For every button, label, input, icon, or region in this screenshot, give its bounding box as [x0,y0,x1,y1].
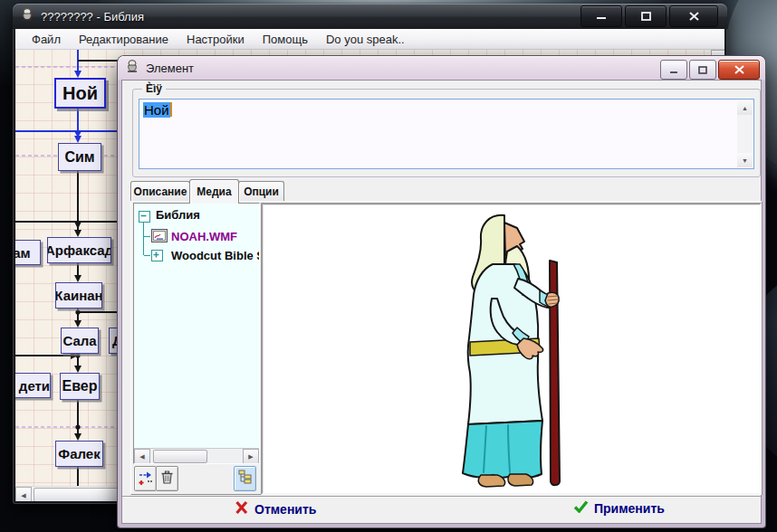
wmf-file-icon [151,229,168,246]
minimize-icon [596,12,607,21]
noah-clipart [263,204,756,489]
dialog-window-controls [660,60,760,80]
tree-node-ham[interactable]: Хам [15,240,41,265]
dialog-title: Элемент [146,62,194,75]
name-group-label: Èìÿ [142,82,166,95]
tree-node-peleg[interactable]: Фалек [55,441,103,467]
dialog-minimize-button[interactable] [660,60,687,80]
text-caret [170,102,172,117]
tree-connector [143,221,144,255]
scroll-right-arrow[interactable]: ▶ [243,449,259,464]
main-window-title: ???????? - Библия [41,10,144,24]
menu-edit[interactable]: Редактирование [70,31,177,48]
media-preview-panel [261,203,762,495]
main-titlebar[interactable]: ???????? - Библия [13,4,727,29]
maximize-icon [698,62,707,78]
scroll-left-arrow[interactable]: ◀ [134,449,150,464]
add-media-button[interactable] [134,466,157,491]
app-icon [20,7,34,25]
minimize-button[interactable] [580,5,622,27]
tree-connector [144,255,150,256]
trash-icon [160,470,174,488]
dialog-maximize-button[interactable] [689,60,716,80]
maximize-button[interactable] [625,5,667,27]
tree-view-icon [238,470,253,488]
name-input[interactable]: Ной ▲ ▼ [139,99,754,169]
tree-node-arphaxad[interactable]: Арфаксад [47,237,111,263]
menu-file[interactable]: Файл [23,31,70,48]
scroll-up-arrow[interactable]: ▲ [737,100,753,115]
tree-node-sala[interactable]: Сала [61,328,99,354]
menu-language[interactable]: Do you speak.. [317,31,414,48]
media-tree-folder-woodcut[interactable]: Woodcut Bible Sc [171,249,260,262]
name-groupbox: Èìÿ Ной ▲ ▼ [132,89,761,177]
add-media-icon [138,470,153,489]
name-value: Ной [143,102,172,118]
cancel-x-icon [235,500,249,518]
tab-media[interactable]: Медиа [189,179,239,204]
expander-minus-icon[interactable] [139,211,150,223]
tree-connector [144,236,150,237]
scroll-track[interactable] [207,449,243,463]
close-icon [734,62,744,78]
window-controls [580,5,718,27]
cancel-button[interactable]: Отменить [229,499,321,518]
media-tree[interactable]: Библия NOAH.WMF Woodcut Bible Sc ◀ ▶ [133,203,260,464]
tree-node-eber[interactable]: Евер [60,373,100,400]
media-tree-scrollbar[interactable]: ◀ ▶ [134,448,259,463]
name-input-scrollbar[interactable]: ▲ ▼ [737,100,753,167]
dialog-close-button[interactable] [718,60,760,80]
media-tree-file-noah[interactable]: NOAH.WMF [171,230,237,243]
delete-media-button[interactable] [156,466,178,491]
tab-description[interactable]: Описание [130,181,190,202]
tree-node-other-children[interactable]: Другие дети [15,373,51,398]
dialog-titlebar[interactable]: Элемент [118,56,765,80]
scroll-down-arrow[interactable]: ▼ [737,153,753,167]
close-button[interactable] [669,5,718,27]
desktop: { "main_window": { "title": "???????? - … [0,0,777,532]
close-icon [689,12,699,21]
media-tree-root[interactable]: Библия [156,208,200,222]
apply-button[interactable]: Применить [568,499,670,517]
dialog-icon [125,59,139,77]
cancel-label: Отменить [254,502,316,517]
menu-help[interactable]: Помощь [254,31,317,48]
scroll-left-arrow[interactable]: ◀ [15,487,32,501]
apply-check-icon [573,500,589,516]
tree-view-toggle-button[interactable] [234,466,256,491]
dialog-footer: Отменить Применить [122,496,761,522]
media-tab-page: Библия NOAH.WMF Woodcut Bible Sc ◀ ▶ [130,201,763,495]
tab-options[interactable]: Опции [238,181,284,202]
tree-node-noah[interactable]: Ной [54,78,106,109]
tree-node-cainan[interactable]: Каинан [55,282,102,309]
menu-bar: Файл Редактирование Настройки Помощь Do … [15,29,724,50]
menu-settings[interactable]: Настройки [177,31,254,48]
minimize-icon [669,62,678,78]
tree-node-sim[interactable]: Сим [58,143,101,171]
element-dialog: Элемент Èìÿ Ной ▲ ▼ Описание Медиа Опции [118,56,765,527]
apply-label: Применить [594,501,665,516]
maximize-icon [641,12,651,21]
scroll-thumb[interactable] [153,450,207,463]
expander-plus-icon[interactable] [151,250,163,261]
